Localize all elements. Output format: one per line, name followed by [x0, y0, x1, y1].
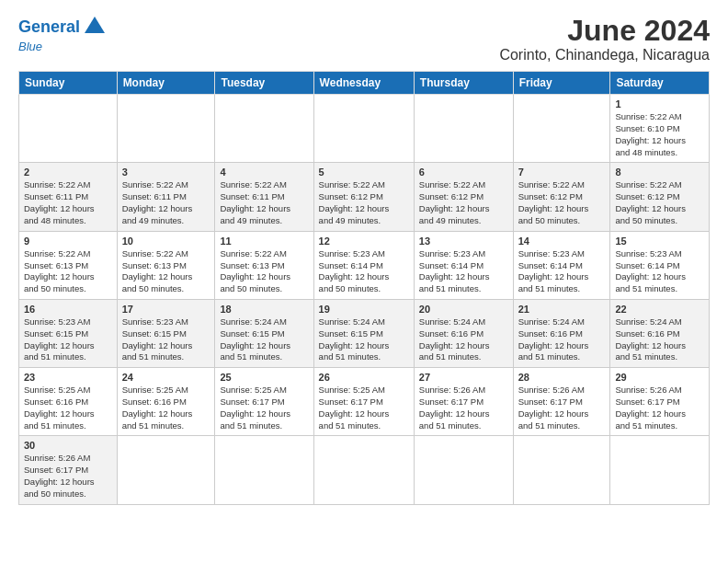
day-info: Sunrise: 5:22 AM Sunset: 6:10 PM Dayligh…: [615, 111, 704, 158]
col-wednesday: Wednesday: [313, 72, 414, 95]
day-info: Sunrise: 5:23 AM Sunset: 6:14 PM Dayligh…: [615, 248, 704, 295]
day-number: 6: [419, 167, 508, 178]
logo-row: General: [18, 15, 105, 39]
day-info: Sunrise: 5:22 AM Sunset: 6:12 PM Dayligh…: [319, 179, 409, 226]
day-info: Sunrise: 5:26 AM Sunset: 6:17 PM Dayligh…: [518, 385, 606, 431]
calendar-week-row: 2Sunrise: 5:22 AM Sunset: 6:11 PM Daylig…: [19, 163, 710, 231]
day-info: Sunrise: 5:23 AM Sunset: 6:15 PM Dayligh…: [122, 316, 210, 363]
day-number: 22: [615, 304, 704, 315]
main-title: June 2024: [499, 15, 710, 47]
table-row: 20Sunrise: 5:24 AM Sunset: 6:16 PM Dayli…: [414, 299, 513, 367]
day-info: Sunrise: 5:26 AM Sunset: 6:17 PM Dayligh…: [24, 453, 112, 500]
table-row: 13Sunrise: 5:23 AM Sunset: 6:14 PM Dayli…: [414, 231, 513, 299]
day-info: Sunrise: 5:22 AM Sunset: 6:11 PM Dayligh…: [24, 179, 112, 226]
page-container: General Blue June 2024 Corinto, Chinande…: [18, 15, 710, 505]
day-info: Sunrise: 5:25 AM Sunset: 6:17 PM Dayligh…: [220, 385, 308, 431]
table-row: 30Sunrise: 5:26 AM Sunset: 6:17 PM Dayli…: [19, 436, 118, 504]
day-number: 18: [220, 304, 308, 315]
table-row: [313, 436, 414, 504]
col-saturday: Saturday: [610, 72, 710, 95]
day-info: Sunrise: 5:24 AM Sunset: 6:16 PM Dayligh…: [518, 316, 606, 363]
table-row: 3Sunrise: 5:22 AM Sunset: 6:11 PM Daylig…: [117, 163, 215, 231]
day-number: 9: [24, 236, 112, 247]
day-info: Sunrise: 5:22 AM Sunset: 6:12 PM Dayligh…: [615, 179, 704, 226]
day-number: 17: [122, 304, 210, 315]
day-number: 24: [122, 372, 210, 383]
subtitle: Corinto, Chinandega, Nicaragua: [499, 47, 710, 63]
day-number: 8: [615, 167, 704, 178]
table-row: 19Sunrise: 5:24 AM Sunset: 6:15 PM Dayli…: [313, 299, 414, 367]
table-row: [414, 95, 513, 163]
table-row: 25Sunrise: 5:25 AM Sunset: 6:17 PM Dayli…: [215, 368, 313, 436]
day-info: Sunrise: 5:24 AM Sunset: 6:16 PM Dayligh…: [419, 316, 508, 363]
table-row: [19, 95, 118, 163]
day-info: Sunrise: 5:26 AM Sunset: 6:17 PM Dayligh…: [615, 385, 704, 431]
calendar-week-row: 9Sunrise: 5:22 AM Sunset: 6:13 PM Daylig…: [19, 231, 710, 299]
col-friday: Friday: [513, 72, 610, 95]
table-row: 28Sunrise: 5:26 AM Sunset: 6:17 PM Dayli…: [513, 368, 610, 436]
col-tuesday: Tuesday: [215, 72, 313, 95]
table-row: 4Sunrise: 5:22 AM Sunset: 6:11 PM Daylig…: [215, 163, 313, 231]
header: General Blue June 2024 Corinto, Chinande…: [18, 15, 710, 63]
title-area: June 2024 Corinto, Chinandega, Nicaragua: [499, 15, 710, 63]
day-info: Sunrise: 5:22 AM Sunset: 6:13 PM Dayligh…: [122, 248, 210, 295]
day-info: Sunrise: 5:22 AM Sunset: 6:11 PM Dayligh…: [122, 179, 210, 226]
svg-marker-0: [85, 17, 105, 33]
table-row: 11Sunrise: 5:22 AM Sunset: 6:13 PM Dayli…: [215, 231, 313, 299]
day-info: Sunrise: 5:24 AM Sunset: 6:15 PM Dayligh…: [220, 316, 308, 363]
day-info: Sunrise: 5:23 AM Sunset: 6:14 PM Dayligh…: [419, 248, 508, 295]
day-number: 4: [220, 167, 308, 178]
table-row: [610, 436, 710, 504]
day-number: 16: [24, 304, 112, 315]
calendar-week-row: 30Sunrise: 5:26 AM Sunset: 6:17 PM Dayli…: [19, 436, 710, 504]
calendar-header-row: Sunday Monday Tuesday Wednesday Thursday…: [19, 72, 710, 95]
day-number: 15: [615, 236, 704, 247]
table-row: [513, 95, 610, 163]
day-number: 12: [319, 236, 409, 247]
calendar-week-row: 23Sunrise: 5:25 AM Sunset: 6:16 PM Dayli…: [19, 368, 710, 436]
table-row: [414, 436, 513, 504]
day-info: Sunrise: 5:25 AM Sunset: 6:17 PM Dayligh…: [319, 385, 409, 431]
day-number: 14: [518, 236, 606, 247]
logo-general-text: General: [18, 17, 80, 36]
col-sunday: Sunday: [19, 72, 118, 95]
table-row: 16Sunrise: 5:23 AM Sunset: 6:15 PM Dayli…: [19, 299, 118, 367]
day-number: 5: [319, 167, 409, 178]
day-info: Sunrise: 5:25 AM Sunset: 6:16 PM Dayligh…: [24, 385, 112, 431]
day-number: 23: [24, 372, 112, 383]
table-row: 14Sunrise: 5:23 AM Sunset: 6:14 PM Dayli…: [513, 231, 610, 299]
table-row: 10Sunrise: 5:22 AM Sunset: 6:13 PM Dayli…: [117, 231, 215, 299]
col-thursday: Thursday: [414, 72, 513, 95]
day-info: Sunrise: 5:23 AM Sunset: 6:14 PM Dayligh…: [319, 248, 409, 295]
table-row: 9Sunrise: 5:22 AM Sunset: 6:13 PM Daylig…: [19, 231, 118, 299]
day-info: Sunrise: 5:22 AM Sunset: 6:12 PM Dayligh…: [518, 179, 606, 226]
table-row: [117, 95, 215, 163]
day-number: 1: [615, 98, 704, 109]
table-row: [215, 436, 313, 504]
day-info: Sunrise: 5:22 AM Sunset: 6:13 PM Dayligh…: [24, 248, 112, 295]
day-number: 11: [220, 236, 308, 247]
day-number: 26: [319, 372, 409, 383]
day-info: Sunrise: 5:26 AM Sunset: 6:17 PM Dayligh…: [419, 385, 508, 431]
table-row: 12Sunrise: 5:23 AM Sunset: 6:14 PM Dayli…: [313, 231, 414, 299]
table-row: 5Sunrise: 5:22 AM Sunset: 6:12 PM Daylig…: [313, 163, 414, 231]
table-row: [215, 95, 313, 163]
day-info: Sunrise: 5:22 AM Sunset: 6:12 PM Dayligh…: [419, 179, 508, 226]
day-number: 2: [24, 167, 112, 178]
day-number: 20: [419, 304, 508, 315]
day-info: Sunrise: 5:23 AM Sunset: 6:14 PM Dayligh…: [518, 248, 606, 295]
table-row: 6Sunrise: 5:22 AM Sunset: 6:12 PM Daylig…: [414, 163, 513, 231]
logo-area: General Blue: [18, 15, 105, 53]
table-row: 24Sunrise: 5:25 AM Sunset: 6:16 PM Dayli…: [117, 368, 215, 436]
table-row: [313, 95, 414, 163]
day-number: 30: [24, 440, 112, 451]
calendar-table: Sunday Monday Tuesday Wednesday Thursday…: [18, 71, 710, 505]
table-row: [513, 436, 610, 504]
table-row: 7Sunrise: 5:22 AM Sunset: 6:12 PM Daylig…: [513, 163, 610, 231]
day-number: 19: [319, 304, 409, 315]
day-info: Sunrise: 5:24 AM Sunset: 6:16 PM Dayligh…: [615, 316, 704, 363]
logo-triangle-icon: [85, 15, 105, 35]
day-number: 10: [122, 236, 210, 247]
day-info: Sunrise: 5:24 AM Sunset: 6:15 PM Dayligh…: [319, 316, 409, 363]
table-row: 1Sunrise: 5:22 AM Sunset: 6:10 PM Daylig…: [610, 95, 710, 163]
